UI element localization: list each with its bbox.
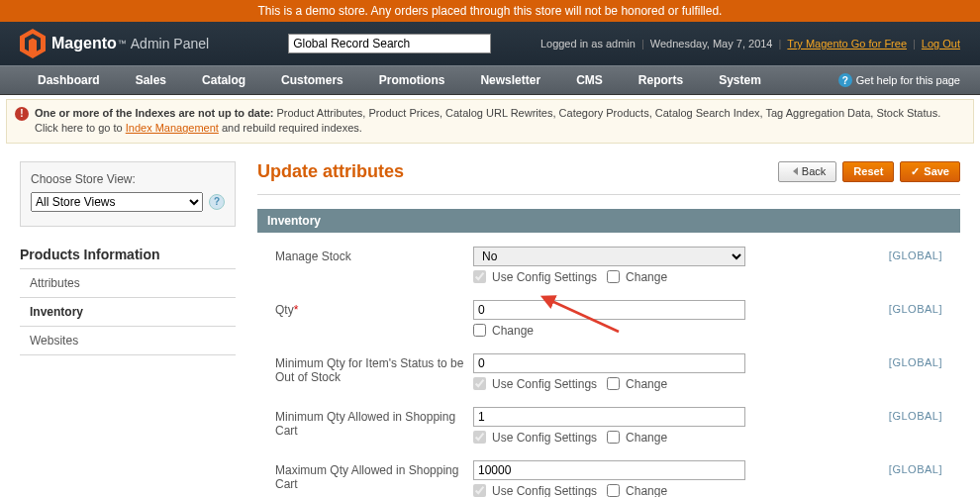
- row-max-qty-cart: Maximum Qty Allowed in Shopping Cart Use…: [275, 460, 942, 497]
- label-manage-stock: Manage Stock: [275, 247, 473, 263]
- scope-label: [GLOBAL]: [889, 407, 942, 422]
- index-management-link[interactable]: Index Management: [126, 122, 219, 134]
- row-min-qty-cart: Minimum Qty Allowed in Shopping Cart Use…: [275, 407, 942, 445]
- header: Magento ™ Admin Panel Logged in as admin…: [0, 22, 980, 65]
- scope-label: [GLOBAL]: [889, 353, 942, 368]
- try-magento-link[interactable]: Try Magento Go for Free: [787, 38, 907, 50]
- notice-bar: ! One or more of the Indexes are not up …: [6, 99, 974, 144]
- nav-newsletter[interactable]: Newsletter: [462, 65, 558, 95]
- manage-stock-change[interactable]: [607, 270, 620, 283]
- logged-in-text: Logged in as admin: [540, 38, 636, 50]
- magento-icon: [20, 29, 46, 58]
- section-head: Inventory: [257, 209, 960, 233]
- scope-label: [GLOBAL]: [889, 247, 942, 261]
- nav-cms[interactable]: CMS: [558, 65, 621, 95]
- sidebar: Choose Store View: All Store Views ? Pro…: [20, 161, 236, 497]
- nav-sales[interactable]: Sales: [118, 65, 184, 95]
- logo-sub: Admin Panel: [131, 36, 209, 51]
- side-tabs: Attributes Inventory Websites: [20, 268, 236, 355]
- main-nav: Dashboard Sales Catalog Customers Promot…: [0, 65, 980, 95]
- choose-store-label: Choose Store View:: [31, 172, 136, 186]
- label-max-qty-cart: Maximum Qty Allowed in Shopping Cart: [275, 460, 473, 491]
- min-qty-cart-change[interactable]: [607, 431, 620, 444]
- logo: Magento ™ Admin Panel: [20, 29, 209, 58]
- header-right: Logged in as admin | Wednesday, May 7, 2…: [540, 38, 960, 50]
- min-qty-out-use-config[interactable]: [473, 377, 486, 390]
- label-qty: Qty*: [275, 300, 473, 317]
- info-icon[interactable]: ?: [209, 194, 225, 210]
- nav-catalog[interactable]: Catalog: [184, 65, 263, 95]
- logout-link[interactable]: Log Out: [922, 38, 960, 50]
- help-link[interactable]: ? Get help for this page: [838, 73, 960, 87]
- main: Update attributes Back Reset ✓Save Inven…: [257, 161, 960, 497]
- tab-websites[interactable]: Websites: [20, 327, 236, 355]
- row-manage-stock: Manage Stock No Use Config Settings Chan…: [275, 247, 942, 284]
- min-qty-out-change[interactable]: [607, 377, 620, 390]
- max-qty-cart-change[interactable]: [607, 484, 620, 497]
- warning-icon: !: [15, 107, 29, 121]
- tab-inventory[interactable]: Inventory: [20, 298, 236, 327]
- tab-attributes[interactable]: Attributes: [20, 269, 236, 298]
- scope-label: [GLOBAL]: [889, 460, 942, 475]
- min-qty-cart-use-config[interactable]: [473, 431, 486, 444]
- scope-label: [GLOBAL]: [889, 300, 942, 315]
- nav-dashboard[interactable]: Dashboard: [20, 65, 118, 95]
- min-qty-out-input[interactable]: [473, 353, 745, 373]
- nav-promotions[interactable]: Promotions: [361, 65, 463, 95]
- notice-bold: One or more of the Indexes are not up to…: [35, 107, 273, 119]
- demo-banner: This is a demo store. Any orders placed …: [0, 0, 980, 22]
- content: Choose Store View: All Store Views ? Pro…: [0, 144, 980, 497]
- global-search-input[interactable]: [288, 34, 491, 53]
- check-icon: ✓: [911, 165, 920, 178]
- save-button[interactable]: ✓Save: [900, 161, 960, 182]
- label-min-qty-out: Minimum Qty for Item's Status to be Out …: [275, 353, 473, 384]
- page-title: Update attributes: [257, 161, 404, 182]
- row-qty: Qty* Change [GLOBAL]: [275, 300, 942, 338]
- store-view-switcher: Choose Store View: All Store Views ?: [20, 161, 236, 227]
- help-icon: ?: [838, 73, 852, 87]
- inventory-form: Manage Stock No Use Config Settings Chan…: [257, 233, 960, 497]
- row-min-qty-out: Minimum Qty for Item's Status to be Out …: [275, 353, 942, 391]
- manage-stock-select[interactable]: No: [473, 247, 745, 266]
- qty-change[interactable]: [473, 324, 486, 337]
- min-qty-cart-input[interactable]: [473, 407, 745, 427]
- nav-reports[interactable]: Reports: [621, 65, 701, 95]
- store-view-select[interactable]: All Store Views: [31, 192, 203, 212]
- date-text: Wednesday, May 7, 2014: [650, 38, 773, 50]
- reset-button[interactable]: Reset: [842, 161, 894, 182]
- nav-customers[interactable]: Customers: [263, 65, 361, 95]
- back-button[interactable]: Back: [778, 161, 836, 182]
- logo-brand: Magento: [51, 35, 117, 52]
- label-min-qty-cart: Minimum Qty Allowed in Shopping Cart: [275, 407, 473, 438]
- qty-input[interactable]: [473, 300, 745, 320]
- max-qty-cart-use-config[interactable]: [473, 484, 486, 497]
- sidebar-heading: Products Information: [20, 247, 236, 262]
- manage-stock-use-config[interactable]: [473, 270, 486, 283]
- page-head: Update attributes Back Reset ✓Save: [257, 161, 960, 182]
- max-qty-cart-input[interactable]: [473, 460, 745, 480]
- back-arrow-icon: [789, 167, 798, 175]
- nav-system[interactable]: System: [701, 65, 779, 95]
